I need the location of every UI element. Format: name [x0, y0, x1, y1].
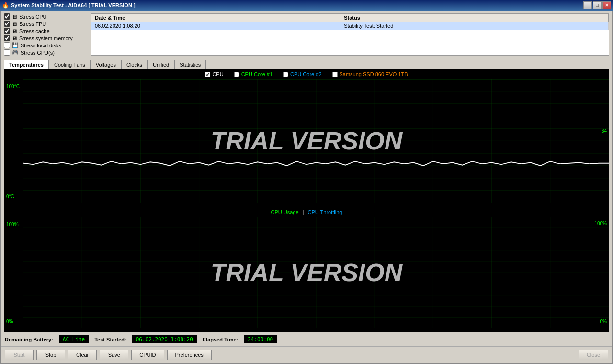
maximize-button[interactable]: □	[593, 1, 602, 9]
preferences-button[interactable]: Preferences	[167, 350, 212, 360]
fpu-icon: 🖥	[12, 21, 17, 27]
tabs-container: Temperatures Cooling Fans Voltages Clock…	[1, 59, 612, 69]
stop-button[interactable]: Stop	[36, 350, 65, 360]
disks-icon: 💾	[12, 42, 19, 48]
minimize-button[interactable]: _	[583, 1, 592, 9]
tab-temperatures[interactable]: Temperatures	[4, 60, 49, 69]
title-bar-buttons: _ □ ✕	[583, 1, 611, 9]
window-title: System Stability Test - AIDA64 [ TRIAL V…	[11, 2, 136, 8]
bottom-buttons: Start Stop Clear Save CPUID Preferences …	[1, 346, 612, 363]
status-datetime: 06.02.2020 1:08:20	[91, 22, 340, 30]
stress-disks-item: 💾 Stress local disks	[4, 42, 88, 48]
temp-y-min: 0°C	[6, 194, 14, 199]
stress-fpu-item: 🖥 Stress FPU	[4, 21, 88, 27]
remaining-battery-label: Remaining Battery:	[5, 337, 53, 342]
stress-gpu-item: 🎮 Stress GPU(s)	[4, 49, 88, 56]
legend-cpu-core1-label: CPU Core #1	[241, 71, 272, 77]
stress-memory-checkbox[interactable]	[4, 35, 10, 41]
stress-cache-item: 🖥 Stress cache	[4, 28, 88, 34]
memory-icon: 🖥	[12, 35, 17, 41]
usage-y-min: 0%	[6, 319, 13, 324]
stress-gpu-label: Stress GPU(s)	[21, 50, 55, 56]
stress-gpu-checkbox[interactable]	[4, 49, 10, 56]
temp-y-max: 100°C	[6, 84, 20, 89]
top-section: 🖥 Stress CPU 🖥 Stress FPU 🖥 Stress cache…	[1, 11, 612, 58]
tab-voltages[interactable]: Voltages	[91, 60, 121, 69]
cpu-usage-label: CPU Usage	[271, 209, 299, 215]
col-datetime: Date & Time	[91, 14, 340, 22]
legend-cpu-core2-checkbox[interactable]	[283, 72, 288, 77]
legend-cpu-core1-checkbox[interactable]	[234, 72, 239, 77]
test-started-value: 06.02.2020 1:08:20	[132, 335, 197, 343]
save-button[interactable]: Save	[100, 350, 128, 360]
stress-fpu-checkbox[interactable]	[4, 21, 10, 27]
title-bar: 🔥 System Stability Test - AIDA64 [ TRIAL…	[0, 0, 613, 11]
stress-memory-item: 🖥 Stress system memory	[4, 35, 88, 41]
btn-group-right: Close	[579, 350, 608, 360]
cpuid-button[interactable]: CPUID	[131, 350, 164, 360]
test-started-label: Test Started:	[94, 337, 126, 342]
usage-y-max: 100%	[6, 222, 19, 227]
tab-statistics[interactable]: Statistics	[174, 60, 206, 69]
usage-chart-header: CPU Usage | CPU Throttling	[4, 207, 609, 217]
cpu-throttling-label: CPU Throttling	[308, 209, 342, 215]
legend-ssd-checkbox[interactable]	[332, 72, 338, 77]
stress-memory-label: Stress system memory	[19, 35, 73, 41]
status-panel: Date & Time Status 06.02.2020 1:08:20 St…	[91, 13, 609, 56]
temperature-chart: CPU CPU Core #1 CPU Core #2 Samsung SSD …	[4, 69, 609, 207]
chart-separator: |	[303, 209, 304, 215]
tab-clocks[interactable]: Clocks	[121, 60, 148, 69]
temp-chart-header: CPU CPU Core #1 CPU Core #2 Samsung SSD …	[4, 69, 609, 79]
legend-ssd-label: Samsung SSD 860 EVO 1TB	[340, 71, 408, 77]
legend-cpu: CPU	[205, 71, 223, 77]
usage-chart-svg	[23, 217, 609, 328]
legend-cpu-checkbox[interactable]	[205, 72, 210, 77]
stress-cache-label: Stress cache	[19, 28, 50, 34]
app-icon: 🔥	[2, 2, 9, 9]
legend-samsung-ssd: Samsung SSD 860 EVO 1TB	[332, 71, 408, 77]
start-button[interactable]: Start	[5, 350, 34, 360]
charts-area: CPU CPU Core #1 CPU Core #2 Samsung SSD …	[4, 69, 609, 332]
usage-chart-canvas: 100% 0% 100% 0%	[4, 217, 609, 328]
col-status: Status	[340, 14, 609, 22]
temp-chart-svg	[23, 79, 609, 203]
elapsed-time-label: Elapsed Time:	[203, 337, 238, 342]
remaining-battery-value: AC Line	[59, 335, 89, 343]
elapsed-time-value: 24:00:00	[244, 335, 277, 343]
cpu-icon: 🖥	[12, 14, 17, 20]
tab-cooling-fans[interactable]: Cooling Fans	[49, 60, 91, 69]
window-close-button[interactable]: ✕	[602, 1, 611, 9]
stress-fpu-label: Stress FPU	[19, 21, 46, 27]
stress-cache-checkbox[interactable]	[4, 28, 10, 34]
stress-disks-checkbox[interactable]	[4, 42, 10, 48]
tab-unified[interactable]: Unified	[148, 60, 174, 69]
bottom-status: Remaining Battery: AC Line Test Started:…	[1, 332, 612, 346]
legend-cpu-core1: CPU Core #1	[234, 71, 272, 77]
status-text: Stability Test: Started	[340, 22, 609, 30]
legend-cpu-core2-label: CPU Core #2	[290, 71, 321, 77]
stress-cpu-item: 🖥 Stress CPU	[4, 13, 88, 20]
status-table: Date & Time Status 06.02.2020 1:08:20 St…	[91, 14, 609, 30]
legend-cpu-label: CPU	[212, 71, 223, 77]
main-window: 🖥 Stress CPU 🖥 Stress FPU 🖥 Stress cache…	[0, 11, 613, 364]
close-button[interactable]: Close	[579, 350, 608, 360]
legend-cpu-core2: CPU Core #2	[283, 71, 321, 77]
clear-button[interactable]: Clear	[68, 350, 97, 360]
gpu-icon: 🎮	[12, 49, 19, 56]
stress-disks-label: Stress local disks	[21, 43, 61, 48]
stress-cpu-label: Stress CPU	[19, 14, 46, 20]
temp-chart-canvas: 100°C 0°C 64	[4, 79, 609, 203]
checkboxes-panel: 🖥 Stress CPU 🖥 Stress FPU 🖥 Stress cache…	[4, 13, 88, 56]
btn-group-left: Start Stop Clear Save CPUID Preferences	[5, 350, 212, 360]
usage-chart: CPU Usage | CPU Throttling 100% 0% 100% …	[4, 207, 609, 332]
cache-icon: 🖥	[12, 28, 17, 34]
stress-cpu-checkbox[interactable]	[4, 13, 10, 20]
status-row: 06.02.2020 1:08:20 Stability Test: Start…	[91, 22, 609, 30]
